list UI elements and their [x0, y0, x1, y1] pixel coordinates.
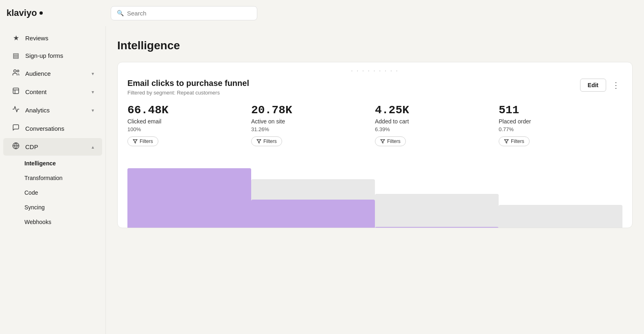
search-icon: 🔍 [117, 10, 124, 16]
funnel-bar-col [375, 153, 499, 228]
widget-actions: Edit ⋮ [580, 79, 622, 92]
filter-button[interactable]: Filters [499, 136, 530, 146]
bar-background [499, 205, 622, 228]
funnel-metric-col: 511 Placed order 0.77% Filters [499, 104, 622, 146]
logo-text: klaviyo [7, 8, 37, 18]
filter-icon [504, 139, 509, 144]
metric-label: Active on site [251, 118, 368, 125]
widget-subtitle: Filtered by segment: Repeat customers [127, 90, 249, 96]
widget-title-block: Email clicks to purchase funnel Filtered… [127, 79, 249, 96]
sidebar: ★ Reviews ▤ Sign-up forms Audience ▾ [0, 26, 106, 334]
funnel-bar-col [499, 153, 622, 228]
metric-pct: 0.77% [499, 126, 616, 132]
sidebar-item-label: Conversations [25, 125, 64, 132]
svg-marker-6 [133, 140, 137, 143]
filter-icon [380, 139, 385, 144]
chevron-up-icon: ▴ [92, 144, 94, 150]
chevron-down-icon: ▾ [92, 89, 94, 95]
sidebar-subitem-code[interactable]: Code [3, 186, 102, 200]
chevron-down-icon: ▾ [92, 71, 94, 77]
svg-marker-8 [381, 140, 385, 143]
sidebar-item-analytics[interactable]: Analytics ▾ [3, 101, 102, 119]
funnel-metric-col: 20.78K Active on site 31.26% Filters [251, 104, 375, 146]
sidebar-item-label: Content [25, 88, 47, 95]
subitem-label: Syncing [24, 204, 45, 211]
metric-value: 66.48K [127, 104, 245, 116]
sidebar-item-label: CDP [25, 143, 38, 150]
bar-fill [375, 227, 499, 228]
svg-marker-9 [504, 140, 508, 143]
audience-icon [11, 69, 20, 78]
bar-fill [127, 168, 251, 228]
metric-value: 511 [499, 104, 616, 116]
metric-label: Clicked email [127, 118, 245, 125]
analytics-icon [11, 105, 20, 115]
metric-label: Added to cart [375, 118, 492, 125]
more-options-button[interactable]: ⋮ [609, 79, 622, 91]
filter-button[interactable]: Filters [375, 136, 406, 146]
sidebar-item-reviews[interactable]: ★ Reviews [3, 30, 102, 46]
funnel-metric-col: 4.25K Added to cart 6.39% Filters [375, 104, 499, 146]
funnel-bar-col [251, 153, 375, 228]
funnel-metric-col: 66.48K Clicked email 100% Filters [127, 104, 251, 146]
search-input[interactable] [127, 10, 251, 17]
sidebar-subitem-intelligence[interactable]: Intelligence [3, 156, 102, 170]
sidebar-item-label: Analytics [25, 107, 50, 114]
subitem-label: Webhooks [24, 219, 51, 225]
metric-value: 20.78K [251, 104, 368, 116]
sidebar-subitem-syncing[interactable]: Syncing [3, 200, 102, 214]
sidebar-item-cdp[interactable]: CDP ▴ [3, 138, 102, 156]
funnel-metrics: 66.48K Clicked email 100% Filters 20.78K… [118, 104, 632, 146]
svg-point-1 [17, 70, 19, 72]
bar-background [375, 194, 499, 228]
filter-button[interactable]: Filters [127, 136, 158, 146]
metric-pct: 31.26% [251, 126, 368, 132]
sidebar-subitem-webhooks[interactable]: Webhooks [3, 215, 102, 229]
content-area: Intelligence · · · · · · · · · Email cli… [106, 26, 644, 334]
metric-label: Placed order [499, 118, 616, 125]
sidebar-item-label: Sign-up forms [25, 52, 63, 59]
sidebar-item-audience[interactable]: Audience ▾ [3, 65, 102, 82]
logo[interactable]: klaviyo [7, 8, 104, 18]
conversations-icon [11, 124, 20, 133]
subitem-label: Intelligence [24, 160, 56, 167]
sidebar-item-conversations[interactable]: Conversations [3, 120, 102, 137]
form-icon: ▤ [11, 51, 20, 60]
svg-marker-7 [257, 140, 261, 143]
funnel-bar-col [127, 153, 251, 228]
widget-title: Email clicks to purchase funnel [127, 79, 249, 88]
bar-fill [251, 200, 375, 228]
filter-icon [133, 139, 138, 144]
metric-value: 4.25K [375, 104, 492, 116]
widget-card: · · · · · · · · · Email clicks to purcha… [117, 62, 633, 228]
drag-handle[interactable]: · · · · · · · · · [118, 62, 632, 79]
filter-button[interactable]: Filters [251, 136, 282, 146]
subitem-label: Transformation [24, 175, 63, 181]
subitem-label: Code [24, 189, 38, 196]
svg-point-0 [14, 70, 16, 72]
sidebar-subitem-transformation[interactable]: Transformation [3, 171, 102, 185]
content-icon [11, 87, 20, 97]
filter-icon [256, 139, 261, 144]
svg-rect-2 [13, 88, 19, 94]
sidebar-item-label: Reviews [25, 35, 48, 42]
main-layout: ★ Reviews ▤ Sign-up forms Audience ▾ [0, 26, 644, 334]
sidebar-item-content[interactable]: Content ▾ [3, 83, 102, 101]
logo-mark [39, 11, 43, 15]
funnel-bars [118, 146, 632, 228]
chevron-down-icon: ▾ [92, 108, 94, 113]
edit-button[interactable]: Edit [580, 79, 606, 92]
page-title: Intelligence [117, 39, 633, 52]
topbar: klaviyo 🔍 [0, 0, 644, 26]
sidebar-item-signup-forms[interactable]: ▤ Sign-up forms [3, 47, 102, 64]
sidebar-item-label: Audience [25, 70, 51, 77]
cdp-icon [11, 142, 20, 152]
metric-pct: 100% [127, 126, 245, 132]
widget-header: Email clicks to purchase funnel Filtered… [118, 79, 632, 104]
search-bar[interactable]: 🔍 [111, 6, 257, 20]
star-icon: ★ [11, 34, 20, 42]
metric-pct: 6.39% [375, 126, 492, 132]
